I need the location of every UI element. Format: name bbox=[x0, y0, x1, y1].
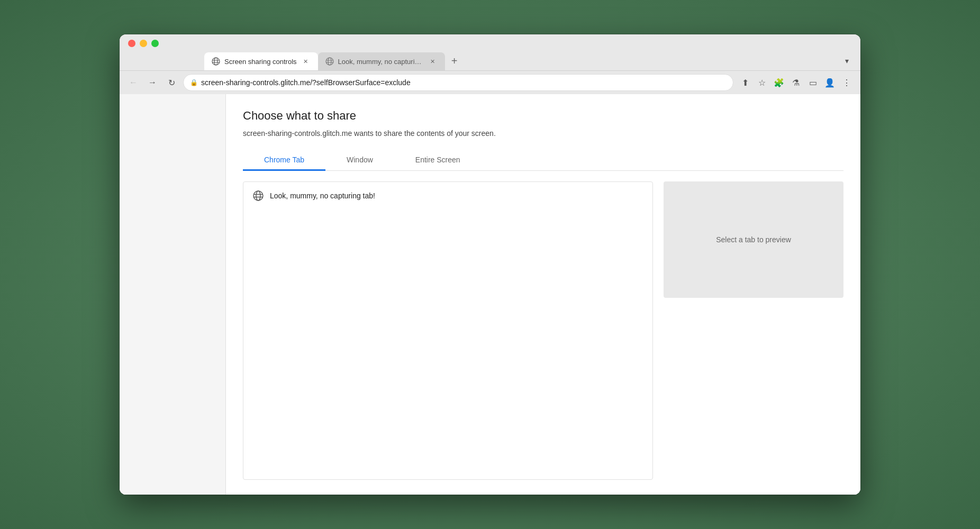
preview-panel: Select a tab to preview bbox=[664, 181, 843, 298]
back-icon: ← bbox=[129, 78, 138, 87]
left-margin bbox=[120, 94, 225, 495]
inactive-tab-title: Look, mummy, no capturing ta… bbox=[338, 58, 424, 66]
dialog-title: Choose what to share bbox=[243, 109, 843, 123]
svg-point-5 bbox=[328, 58, 331, 65]
title-bar: Screen sharing controls ✕ Look, mummy, n… bbox=[120, 34, 860, 70]
active-tab-title: Screen sharing controls bbox=[224, 58, 297, 66]
dialog-subtitle: screen-sharing-controls.glitch.me wants … bbox=[243, 129, 843, 138]
svg-point-8 bbox=[253, 191, 263, 200]
inactive-tab[interactable]: Look, mummy, no capturing ta… ✕ bbox=[318, 52, 445, 70]
forward-icon: → bbox=[148, 78, 157, 87]
window-controls bbox=[120, 40, 860, 52]
labs-icon: ⚗ bbox=[792, 78, 800, 88]
sidebar-icon: ▭ bbox=[809, 78, 817, 88]
active-tab[interactable]: Screen sharing controls ✕ bbox=[204, 52, 318, 70]
profile-button[interactable]: 👤 bbox=[822, 75, 837, 90]
tab-window-label: Window bbox=[347, 156, 373, 164]
svg-point-4 bbox=[326, 58, 333, 65]
tab-entire-screen-label: Entire Screen bbox=[415, 156, 460, 164]
svg-point-0 bbox=[212, 58, 220, 65]
dialog-tabs: Chrome Tab Window Entire Screen bbox=[243, 150, 843, 171]
active-tab-close[interactable]: ✕ bbox=[301, 57, 311, 66]
preview-text: Select a tab to preview bbox=[716, 235, 791, 244]
menu-icon: ⋮ bbox=[842, 78, 851, 88]
back-button[interactable]: ← bbox=[126, 75, 141, 90]
browser-window: Screen sharing controls ✕ Look, mummy, n… bbox=[120, 34, 860, 495]
tab-chrome-tab-label: Chrome Tab bbox=[264, 156, 304, 164]
address-url: screen-sharing-controls.glitch.me/?selfB… bbox=[201, 78, 727, 87]
share-page-button[interactable]: ⬆ bbox=[738, 75, 752, 90]
maximize-button[interactable] bbox=[151, 40, 159, 47]
sidebar-button[interactable]: ▭ bbox=[805, 75, 820, 90]
bookmark-button[interactable]: ☆ bbox=[755, 75, 769, 90]
address-input-container[interactable]: 🔒 screen-sharing-controls.glitch.me/?sel… bbox=[183, 74, 733, 91]
menu-button[interactable]: ⋮ bbox=[839, 75, 854, 90]
extensions-button[interactable]: 🧩 bbox=[772, 75, 786, 90]
close-button[interactable] bbox=[128, 40, 135, 47]
svg-point-9 bbox=[256, 191, 260, 200]
address-actions: ⬆ ☆ 🧩 ⚗ ▭ 👤 ⋮ bbox=[738, 75, 854, 90]
labs-button[interactable]: ⚗ bbox=[788, 75, 803, 90]
lock-icon: 🔒 bbox=[190, 79, 198, 86]
bookmark-icon: ☆ bbox=[758, 78, 766, 88]
forward-button[interactable]: → bbox=[145, 75, 160, 90]
svg-point-1 bbox=[214, 58, 217, 65]
inactive-tab-icon bbox=[325, 57, 334, 66]
reload-button[interactable]: ↻ bbox=[164, 75, 179, 90]
profile-icon: 👤 bbox=[824, 78, 835, 88]
list-item-title: Look, mummy, no capturing tab! bbox=[270, 191, 375, 200]
dialog-body: Look, mummy, no capturing tab! Select a … bbox=[243, 181, 843, 480]
reload-icon: ↻ bbox=[168, 78, 175, 88]
new-tab-button[interactable]: + bbox=[447, 53, 462, 68]
tab-window[interactable]: Window bbox=[325, 150, 394, 171]
list-item[interactable]: Look, mummy, no capturing tab! bbox=[243, 182, 652, 209]
tab-icon bbox=[212, 57, 220, 66]
inactive-tab-close[interactable]: ✕ bbox=[428, 57, 438, 66]
browser-tabs-row: Screen sharing controls ✕ Look, mummy, n… bbox=[120, 52, 860, 70]
share-dialog: Choose what to share screen-sharing-cont… bbox=[225, 94, 860, 495]
address-bar: ← → ↻ 🔒 screen-sharing-controls.glitch.m… bbox=[120, 70, 860, 94]
tab-chrome-tab[interactable]: Chrome Tab bbox=[243, 150, 325, 171]
extensions-icon: 🧩 bbox=[774, 78, 784, 88]
tab-list-panel: Look, mummy, no capturing tab! bbox=[243, 181, 653, 480]
tabs-spacer: ▾ bbox=[462, 53, 860, 70]
browser-content: Choose what to share screen-sharing-cont… bbox=[120, 94, 860, 495]
minimize-button[interactable] bbox=[140, 40, 147, 47]
list-item-icon bbox=[253, 190, 264, 201]
tab-dropdown-button[interactable]: ▾ bbox=[839, 53, 854, 68]
share-icon: ⬆ bbox=[742, 78, 749, 88]
tab-entire-screen[interactable]: Entire Screen bbox=[394, 150, 482, 171]
